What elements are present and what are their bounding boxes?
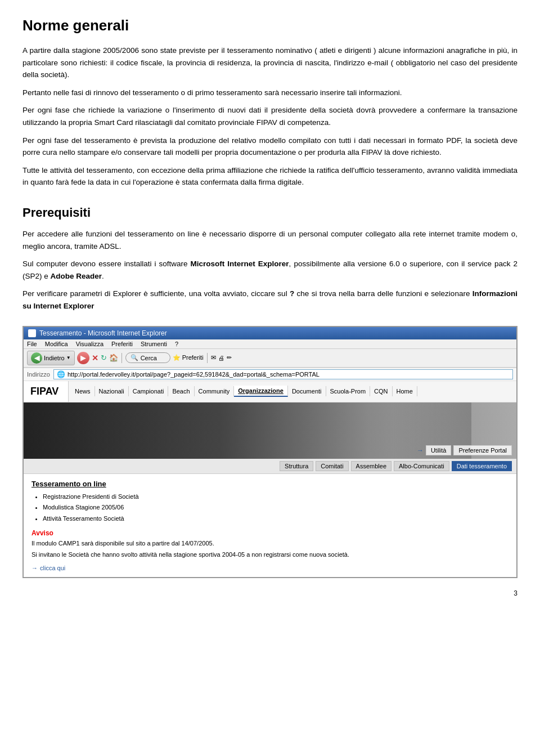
address-bar: Indirizzo 🌐 http://portal.federvolley.it…: [24, 368, 516, 381]
nav-nazionali[interactable]: Nazionali: [95, 386, 129, 396]
back-button[interactable]: ◀ Indietro ▼: [27, 351, 75, 365]
nav-news[interactable]: News: [71, 386, 95, 396]
favorites-button[interactable]: ⭐ Preferiti: [173, 354, 204, 361]
nav-cqn[interactable]: CQN: [370, 386, 392, 396]
back-label: Indietro: [44, 355, 65, 361]
menu-help[interactable]: ?: [175, 341, 178, 347]
browser-screenshot: Tesseramento - Microsoft Internet Explor…: [22, 326, 518, 579]
browser-menu-bar: File Modifica Visualizza Preferiti Strum…: [24, 339, 516, 349]
paragraph-3: Per ogni fase che richiede la variazione…: [22, 104, 518, 128]
menu-preferiti[interactable]: Preferiti: [111, 341, 133, 347]
site-hero: → Utilità Preferenze Portal: [24, 402, 516, 459]
nav-beach[interactable]: Beach: [168, 386, 194, 396]
menu-strumenti[interactable]: Strumenti: [141, 341, 167, 347]
menu-modifica[interactable]: Modifica: [45, 341, 68, 347]
nav-campionati[interactable]: Campionati: [129, 386, 169, 396]
site-content: Tesseramento on line Registrazione Presi…: [24, 474, 516, 578]
bold-adobe: Adobe Reader: [51, 272, 102, 280]
edit-button[interactable]: ✏: [227, 354, 232, 361]
avviso-text-1: Il modulo CAMP1 sarà disponibile sul sit…: [32, 539, 508, 549]
nav-scuola-prom[interactable]: Scuola-Prom: [326, 386, 371, 396]
submenu-albo[interactable]: Albo-Comunicati: [394, 461, 449, 471]
address-input[interactable]: 🌐 http://portal.federvolley.it/portal/pa…: [53, 369, 513, 379]
avviso-title: Avviso: [32, 529, 508, 537]
browser-title: Tesseramento - Microsoft Internet Explor…: [39, 329, 167, 337]
refresh-button[interactable]: ↻: [101, 354, 107, 362]
utility-link[interactable]: Utilità: [426, 445, 452, 455]
clicca-link[interactable]: → clicca qui: [32, 565, 508, 571]
address-label: Indirizzo: [27, 371, 50, 378]
clicca-arrow: →: [32, 565, 38, 571]
avviso-text-2: Si invitano le Società che hanno svolto …: [32, 550, 508, 560]
browser-titlebar-icon: [28, 329, 36, 337]
search-label: Cerca: [141, 355, 157, 361]
page-number: 3: [22, 589, 518, 597]
mail-button[interactable]: ✉: [211, 354, 216, 361]
content-item-2: Modulistica Stagione 2005/06: [43, 502, 508, 513]
back-icon: ◀: [31, 352, 42, 364]
submenu-struttura[interactable]: Struttura: [280, 461, 313, 471]
clicca-label: clicca qui: [40, 565, 65, 571]
print-button[interactable]: 🖨: [218, 355, 224, 361]
content-item-1: Registrazione Presidenti di Società: [43, 491, 508, 503]
page-main-title: Norme generali: [22, 17, 518, 34]
submenu-assemblee[interactable]: Assemblee: [351, 461, 392, 471]
search-icon: 🔍: [130, 354, 138, 361]
site-nav: News Nazionali Campionati Beach Communit…: [69, 381, 516, 402]
hero-overlay: → Utilità Preferenze Portal: [417, 445, 512, 455]
menu-visualizza[interactable]: Visualizza: [76, 341, 104, 347]
forward-button[interactable]: ▶: [77, 352, 89, 364]
nav-organizzazione[interactable]: Organizzazione: [234, 386, 288, 397]
nav-documenti[interactable]: Documenti: [288, 386, 326, 396]
browser-titlebar: Tesseramento - Microsoft Internet Explor…: [24, 327, 516, 339]
preferenze-link[interactable]: Preferenze Portal: [453, 445, 512, 455]
address-url: http://portal.federvolley.it/portal/page…: [68, 371, 320, 378]
stop-button[interactable]: ✕: [92, 354, 98, 363]
site-header: FIPAV News Nazionali Campionati Beach Co…: [24, 381, 516, 402]
bold-microsoft: Microsoft Internet Explorer: [191, 260, 289, 268]
nav-home[interactable]: Home: [393, 386, 417, 396]
bold-informazioni: Informazioni su Internet Explorer: [22, 289, 518, 310]
section2-paragraph-2: Sul computer devono essere installati i …: [22, 258, 518, 282]
fipav-logo: FIPAV: [24, 381, 69, 402]
paragraph-1: A partire dalla stagione 2005/2006 sono …: [22, 44, 518, 81]
toolbar-separator-2: [207, 353, 208, 363]
nav-community[interactable]: Community: [195, 386, 235, 396]
utility-arrow: →: [417, 446, 424, 454]
submenu-comitati[interactable]: Comitati: [316, 461, 348, 471]
section2-title: Prerequisiti: [22, 205, 518, 220]
search-box[interactable]: 🔍 Cerca: [125, 352, 170, 363]
back-arrow: ▼: [66, 355, 71, 360]
paragraph-4: Per ogni fase del tesseramento è previst…: [22, 135, 518, 159]
browser-toolbar: ◀ Indietro ▼ ▶ ✕ ↻ 🏠 🔍 Cerca ⭐ Preferiti…: [24, 349, 516, 368]
globe-icon: 🌐: [57, 370, 65, 378]
section2-paragraph-3: Per verificare parametri di Explorer è s…: [22, 288, 518, 312]
submenu-dati-tesseramento[interactable]: Dati tesseramento: [452, 461, 512, 471]
section2-paragraph-1: Per accedere alle funzioni del tesserame…: [22, 228, 518, 252]
content-title: Tesseramento on line: [32, 480, 508, 488]
content-list: Registrazione Presidenti di Società Modu…: [43, 491, 508, 525]
paragraph-5: Tutte le attività del tesseramento, con …: [22, 164, 518, 189]
home-button[interactable]: 🏠: [109, 354, 118, 362]
bold-questionmark: ?: [290, 289, 294, 298]
menu-file[interactable]: File: [27, 341, 37, 347]
paragraph-2: Pertanto nelle fasi di rinnovo del tesse…: [22, 87, 518, 99]
content-item-3: Attività Tesseramento Società: [43, 513, 508, 525]
submenu: Struttura Comitati Assemblee Albo-Comuni…: [24, 459, 516, 474]
toolbar-separator-1: [122, 353, 122, 363]
